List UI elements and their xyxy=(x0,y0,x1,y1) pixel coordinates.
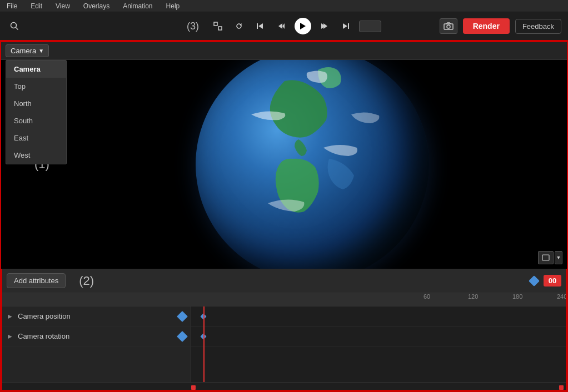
timeline-start-marker[interactable] xyxy=(191,385,196,390)
keyframe-nav-button[interactable] xyxy=(528,275,540,287)
add-attributes-button[interactable]: Add attributes xyxy=(7,273,66,288)
svg-rect-2 xyxy=(214,22,217,26)
camera-menu-item-east[interactable]: East xyxy=(6,129,66,147)
track-row: ▶ Camera position xyxy=(2,306,191,326)
svg-rect-12 xyxy=(348,23,349,29)
ruler-mark-120: 120 xyxy=(468,293,478,300)
fit-button[interactable] xyxy=(210,18,226,34)
timeline-end-marker[interactable] xyxy=(559,385,564,390)
svg-point-14 xyxy=(447,25,450,28)
camera-menu-item-top[interactable]: Top xyxy=(6,78,66,95)
camera-menu-item-west[interactable]: West xyxy=(6,147,66,164)
track-name-camera-position: Camera position xyxy=(18,312,174,320)
track-name-camera-rotation: Camera rotation xyxy=(18,332,174,340)
camera-menu-item-south[interactable]: South xyxy=(6,112,66,129)
toolbar-right: Render Feedback xyxy=(440,18,561,34)
main-area: Camera ▼ Camera Top North South East Wes… xyxy=(0,41,568,392)
timeline-row-camera-rotation[interactable] xyxy=(191,326,566,346)
camera-menu-item-north[interactable]: North xyxy=(6,95,66,112)
bottom-panel: Add attributes (2) 00 60 120 xyxy=(1,269,567,391)
menu-file[interactable]: File xyxy=(4,1,19,11)
viewport-canvas[interactable]: (1) ▼ xyxy=(1,60,567,269)
timeline-label: (2) xyxy=(79,274,94,288)
earth-container xyxy=(196,60,429,269)
frame-counter[interactable]: 0 xyxy=(359,21,381,32)
step-forward-button[interactable] xyxy=(317,18,332,34)
camera-dropdown[interactable]: Camera ▼ xyxy=(6,44,49,57)
track-labels: ▶ Camera position ▶ Camera rotation xyxy=(2,306,191,382)
reset-button[interactable] xyxy=(231,18,247,34)
svg-rect-3 xyxy=(218,27,222,30)
toolbar-center: (3) xyxy=(187,18,381,34)
timeline-ruler: 60 120 180 240 300 360 450 xyxy=(2,293,566,306)
viewport-mode-button[interactable] xyxy=(538,251,554,264)
search-button[interactable] xyxy=(7,18,22,34)
svg-rect-5 xyxy=(257,23,258,29)
svg-point-0 xyxy=(11,23,17,28)
ruler-mark-60: 60 xyxy=(423,293,430,300)
timeline-bottom-bar xyxy=(2,382,566,390)
track-timeline[interactable] xyxy=(191,306,566,382)
chevron-down-icon: ▼ xyxy=(38,48,44,54)
svg-marker-4 xyxy=(258,23,263,29)
svg-marker-8 xyxy=(300,23,306,29)
menu-edit[interactable]: Edit xyxy=(28,1,44,11)
svg-marker-7 xyxy=(282,23,285,29)
timeline-row-camera-position[interactable] xyxy=(191,306,566,326)
menu-animation[interactable]: Animation xyxy=(121,1,155,11)
menu-help[interactable]: Help xyxy=(164,1,182,11)
playhead-line xyxy=(203,306,205,382)
playhead-display: 00 xyxy=(544,275,561,287)
svg-marker-6 xyxy=(278,23,282,29)
viewport-corner-controls: ▼ xyxy=(538,251,562,264)
feedback-button[interactable]: Feedback xyxy=(515,19,561,34)
toolbar: (3) xyxy=(0,12,568,41)
timeline-header: Add attributes (2) 00 xyxy=(2,269,566,293)
screenshot-button[interactable] xyxy=(440,18,457,34)
menu-overlays[interactable]: Overlays xyxy=(81,1,112,11)
skip-start-button[interactable] xyxy=(252,18,268,34)
track-expand-camera-rotation[interactable]: ▶ xyxy=(7,333,13,340)
step-back-button[interactable] xyxy=(273,18,289,34)
camera-menu: Camera Top North South East West xyxy=(6,60,67,164)
ruler-mark-180: 180 xyxy=(512,293,522,300)
menu-view[interactable]: View xyxy=(53,1,72,11)
play-button[interactable] xyxy=(295,18,311,34)
chevron-down-icon: ▼ xyxy=(556,255,561,260)
viewport-options-button[interactable]: ▼ xyxy=(555,251,562,264)
menu-bar: File Edit View Overlays Animation Help xyxy=(0,0,568,12)
skip-end-button[interactable] xyxy=(338,18,353,34)
ruler-mark-240: 240 xyxy=(557,293,566,300)
svg-marker-11 xyxy=(343,23,347,29)
svg-marker-10 xyxy=(323,23,327,29)
camera-dropdown-label: Camera xyxy=(11,47,36,55)
timeline-controls: 00 xyxy=(528,275,561,287)
svg-line-1 xyxy=(16,28,18,30)
track-row: ▶ Camera rotation xyxy=(2,326,191,346)
camera-menu-item-camera[interactable]: Camera xyxy=(6,61,66,78)
track-expand-camera-position[interactable]: ▶ xyxy=(7,313,13,320)
toolbar-title: (3) xyxy=(187,21,199,32)
render-button[interactable]: Render xyxy=(463,18,510,34)
earth-globe xyxy=(196,60,429,269)
svg-rect-15 xyxy=(542,255,549,260)
viewport-header: Camera ▼ xyxy=(1,42,567,60)
track-keyframe-button-camera-rotation[interactable] xyxy=(177,331,188,342)
track-keyframe-button-camera-position[interactable] xyxy=(177,311,188,322)
viewport-section: Camera ▼ Camera Top North South East Wes… xyxy=(0,41,568,392)
timeline-tracks: ▶ Camera position ▶ Camera rotation xyxy=(2,306,566,382)
